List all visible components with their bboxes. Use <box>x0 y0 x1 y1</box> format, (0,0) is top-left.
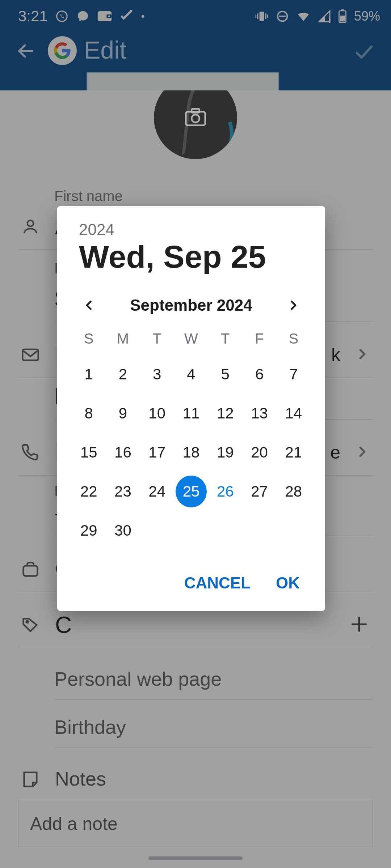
day-15[interactable]: 15 <box>73 437 104 468</box>
calendar-grid: 1234567891011121314151617181920212223242… <box>72 357 311 548</box>
camera-icon <box>184 108 207 127</box>
day-10[interactable]: 10 <box>142 397 173 429</box>
day-24[interactable]: 24 <box>142 476 173 507</box>
day-16[interactable]: 16 <box>107 437 138 468</box>
dialog-selected-date[interactable]: Wed, Sep 25 <box>79 240 311 273</box>
weekday-header: S M T W T F S <box>72 331 311 347</box>
weekday-sat: S <box>277 331 311 347</box>
day-5[interactable]: 5 <box>210 358 241 390</box>
day-20[interactable]: 20 <box>244 437 275 468</box>
dialog-year[interactable]: 2024 <box>79 221 311 239</box>
day-30[interactable]: 30 <box>107 515 138 546</box>
next-month-button[interactable] <box>283 295 303 315</box>
dialog-month-label[interactable]: September 2024 <box>130 296 252 314</box>
prev-month-button[interactable] <box>79 295 99 315</box>
day-9[interactable]: 9 <box>107 397 138 429</box>
day-17[interactable]: 17 <box>142 437 173 468</box>
weekday-fri: F <box>242 331 276 347</box>
day-19[interactable]: 19 <box>210 437 241 468</box>
day-27[interactable]: 27 <box>244 476 275 507</box>
ok-button[interactable]: OK <box>272 570 303 596</box>
day-1[interactable]: 1 <box>73 358 104 390</box>
day-6[interactable]: 6 <box>244 358 275 390</box>
svg-point-18 <box>192 115 199 122</box>
weekday-sun: S <box>72 331 106 347</box>
svg-rect-17 <box>186 112 205 125</box>
weekday-wed: W <box>174 331 208 347</box>
day-25[interactable]: 25 <box>176 476 207 507</box>
day-26[interactable]: 26 <box>210 476 241 507</box>
svg-rect-19 <box>192 109 199 113</box>
day-4[interactable]: 4 <box>176 358 207 390</box>
day-3[interactable]: 3 <box>142 358 173 390</box>
day-13[interactable]: 13 <box>244 397 275 429</box>
day-7[interactable]: 7 <box>278 358 309 390</box>
weekday-thu: T <box>208 331 242 347</box>
day-2[interactable]: 2 <box>107 358 138 390</box>
date-picker-dialog: 2024 Wed, Sep 25 September 2024 S M T W … <box>57 206 325 611</box>
cancel-button[interactable]: CANCEL <box>181 570 254 596</box>
day-23[interactable]: 23 <box>107 476 138 507</box>
day-8[interactable]: 8 <box>73 397 104 429</box>
weekday-tue: T <box>140 331 174 347</box>
weekday-mon: M <box>106 331 140 347</box>
day-22[interactable]: 22 <box>73 476 104 507</box>
day-11[interactable]: 11 <box>176 397 207 429</box>
day-28[interactable]: 28 <box>278 476 309 507</box>
day-12[interactable]: 12 <box>210 397 241 429</box>
day-14[interactable]: 14 <box>278 397 309 429</box>
day-18[interactable]: 18 <box>176 437 207 468</box>
day-21[interactable]: 21 <box>278 437 309 468</box>
day-29[interactable]: 29 <box>73 515 104 546</box>
